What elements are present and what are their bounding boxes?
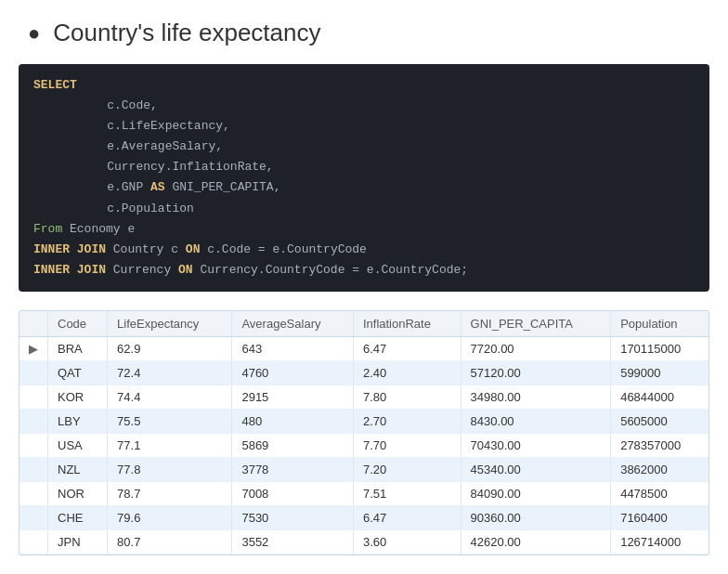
cell-LifeExpectancy: 74.4 [108, 385, 232, 409]
table-row: QAT72.447602.4057120.00599000 [20, 360, 708, 385]
cell-Code: NZL [48, 457, 108, 481]
cell-Population: 3862000 [611, 457, 708, 481]
cell-GNI_PER_CAPITA: 7720.00 [461, 336, 611, 360]
table-row: ▶BRA62.96436.477720.00170115000 [20, 336, 708, 360]
cell-Code: NOR [48, 481, 108, 505]
cell-GNI_PER_CAPITA: 45340.00 [461, 457, 611, 481]
cell-Population: 170115000 [611, 336, 708, 360]
cell-AverageSalary: 2915 [232, 385, 354, 409]
cell-GNI_PER_CAPITA: 90360.00 [461, 505, 611, 529]
row-indicator [20, 433, 48, 457]
cell-Code: USA [48, 433, 108, 457]
table-row: LBY75.54802.708430.005605000 [20, 409, 708, 433]
col-inflationrate: InflationRate [353, 311, 461, 337]
cell-Code: KOR [48, 385, 108, 409]
cell-Population: 7160400 [611, 505, 708, 529]
cell-InflationRate: 2.70 [353, 409, 461, 433]
cell-LifeExpectancy: 72.4 [108, 360, 232, 385]
cell-LifeExpectancy: 77.8 [108, 457, 232, 481]
cell-GNI_PER_CAPITA: 57120.00 [461, 360, 611, 385]
table-row: CHE79.675306.4790360.007160400 [20, 505, 708, 529]
cell-Population: 4478500 [611, 481, 708, 505]
table-header-row: Code LifeExpectancy AverageSalary Inflat… [20, 311, 708, 337]
cell-AverageSalary: 7530 [232, 505, 354, 529]
cell-Population: 126714000 [611, 529, 708, 554]
cell-AverageSalary: 4760 [232, 360, 354, 385]
cell-LifeExpectancy: 77.1 [108, 433, 232, 457]
cell-Population: 599000 [611, 360, 708, 385]
page-title: Country's life expectancy [53, 19, 320, 47]
cell-LifeExpectancy: 78.7 [108, 481, 232, 505]
table-row: NZL77.837787.2045340.003862000 [20, 457, 708, 481]
code-block: SELECT c.Code, c.LifeExpectancy, e.Avera… [19, 64, 709, 292]
cell-Population: 46844000 [611, 385, 708, 409]
cell-Code: JPN [48, 529, 108, 554]
row-indicator [20, 409, 48, 433]
row-indicator [20, 457, 48, 481]
cell-InflationRate: 6.47 [353, 336, 461, 360]
results-table: Code LifeExpectancy AverageSalary Inflat… [19, 310, 709, 555]
cell-Code: QAT [48, 360, 108, 385]
cell-AverageSalary: 480 [232, 409, 354, 433]
cell-LifeExpectancy: 62.9 [108, 336, 232, 360]
row-indicator: ▶ [20, 336, 48, 360]
cell-GNI_PER_CAPITA: 70430.00 [461, 433, 611, 457]
row-indicator [20, 360, 48, 385]
cell-InflationRate: 3.60 [353, 529, 461, 554]
table-row: NOR78.770087.5184090.004478500 [20, 481, 708, 505]
row-indicator [20, 505, 48, 529]
cell-LifeExpectancy: 79.6 [108, 505, 232, 529]
row-indicator [20, 385, 48, 409]
cell-InflationRate: 7.80 [353, 385, 461, 409]
cell-InflationRate: 7.70 [353, 433, 461, 457]
cell-Population: 278357000 [611, 433, 708, 457]
cell-AverageSalary: 643 [232, 336, 354, 360]
cell-LifeExpectancy: 80.7 [108, 529, 232, 554]
cell-AverageSalary: 3778 [232, 457, 354, 481]
cell-GNI_PER_CAPITA: 42620.00 [461, 529, 611, 554]
bullet: ● [28, 23, 40, 44]
cell-Code: CHE [48, 505, 108, 529]
cell-InflationRate: 6.47 [353, 505, 461, 529]
col-averagesalary: AverageSalary [232, 311, 354, 337]
cell-Population: 5605000 [611, 409, 708, 433]
table-row: KOR74.429157.8034980.0046844000 [20, 385, 708, 409]
cell-InflationRate: 7.51 [353, 481, 461, 505]
title-section: ● Country's life expectancy [19, 19, 709, 47]
cell-InflationRate: 2.40 [353, 360, 461, 385]
cell-GNI_PER_CAPITA: 34980.00 [461, 385, 611, 409]
cell-GNI_PER_CAPITA: 8430.00 [461, 409, 611, 433]
cell-Code: LBY [48, 409, 108, 433]
table-row: JPN80.735523.6042620.00126714000 [20, 529, 708, 554]
cell-InflationRate: 7.20 [353, 457, 461, 481]
cell-Code: BRA [48, 336, 108, 360]
col-gni: GNI_PER_CAPITA [461, 311, 611, 337]
cell-LifeExpectancy: 75.5 [108, 409, 232, 433]
col-code: Code [48, 311, 108, 337]
cell-AverageSalary: 3552 [232, 529, 354, 554]
cell-AverageSalary: 5869 [232, 433, 354, 457]
row-indicator [20, 529, 48, 554]
row-indicator [20, 481, 48, 505]
col-indicator [20, 311, 48, 337]
col-population: Population [611, 311, 708, 337]
cell-GNI_PER_CAPITA: 84090.00 [461, 481, 611, 505]
cell-AverageSalary: 7008 [232, 481, 354, 505]
col-lifeexpectancy: LifeExpectancy [108, 311, 232, 337]
table-row: USA77.158697.7070430.00278357000 [20, 433, 708, 457]
